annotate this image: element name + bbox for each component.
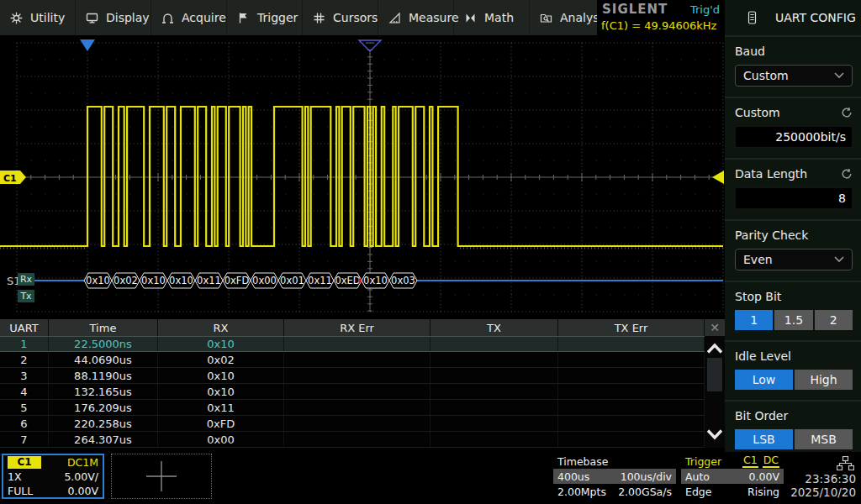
table-cell: 0x10: [158, 368, 284, 383]
table-row[interactable]: 122.5000ns0x10: [0, 336, 725, 352]
baud-dropdown[interactable]: Custom: [735, 65, 853, 87]
table-cell: 7: [0, 432, 49, 447]
timebase-scale: 100us/div: [621, 470, 672, 483]
menu-trigger[interactable]: Trigger: [227, 0, 303, 35]
bit-order-section: Bit Order LSB MSB: [725, 400, 861, 459]
idle-low-button[interactable]: Low: [735, 370, 793, 390]
parity-section: Parity Check Even: [725, 219, 861, 281]
decode-frames: 0x100x020x100x100x110xFD0x000x010x110xED…: [84, 273, 417, 288]
clock-area[interactable]: 23:36:30 2025/10/20: [780, 454, 856, 501]
menu-math[interactable]: Math: [454, 0, 530, 35]
custom-baud-section: Custom 250000bit/s: [725, 97, 861, 158]
table-cell: [284, 400, 430, 415]
decode-frame-value: 0x03: [391, 275, 415, 286]
measure-icon: [388, 12, 401, 24]
trigger-status[interactable]: Trig'd: [690, 3, 720, 16]
bit-order-lsb-button[interactable]: LSB: [735, 429, 793, 449]
channel1-box[interactable]: C1 DC1M 1X 5.00V/ FULL 0.00V: [2, 454, 104, 499]
network-icon: [837, 456, 854, 470]
table-scrollbar[interactable]: [705, 336, 725, 448]
trigger-label: Trigger: [685, 455, 721, 468]
scrollbar-thumb[interactable]: [707, 358, 722, 391]
waveform-area[interactable]: 0x100x020x100x100x110xFD0x000x010x110xED…: [0, 35, 725, 319]
channel1-trace: [0, 107, 723, 246]
table-row[interactable]: 7264.307us0x00: [0, 432, 725, 448]
decode-frame-value: 0x10: [363, 275, 388, 286]
table-cell: [558, 416, 705, 431]
timebase-box[interactable]: Timebase 400us 100us/div 2.00Mpts 2.00GS…: [553, 454, 676, 499]
decode-frame-value: 0x11: [308, 275, 332, 286]
menu-cursors[interactable]: Cursors: [303, 0, 378, 35]
trigger-type: Edge: [685, 486, 711, 498]
idle-level-label: Idle Level: [735, 349, 791, 363]
col-rx: RX: [158, 319, 284, 336]
table-cell: 44.0690us: [49, 352, 158, 367]
table-cell: 0x00: [158, 432, 284, 447]
table-cell: 2: [0, 352, 49, 367]
stop-bit-1-button[interactable]: 1: [735, 310, 773, 330]
scroll-down-icon[interactable]: [705, 425, 725, 444]
channel1-marker[interactable]: C1: [0, 171, 26, 184]
add-channel-box[interactable]: [111, 454, 212, 499]
oscilloscope-screen: Utility Display Acquire Trigger Cursors …: [0, 0, 861, 504]
trigger-level-marker[interactable]: [712, 171, 724, 184]
table-row[interactable]: 244.0690us0x02: [0, 352, 725, 368]
table-cell: 0x11: [158, 400, 284, 415]
trigger-slope: Rising: [747, 486, 779, 498]
menu-math-label: Math: [484, 11, 514, 24]
table-cell: 0x10: [158, 384, 284, 399]
table-cell: 3: [0, 368, 49, 383]
table-cell: [558, 352, 705, 367]
frequency-readout: f(C1) = 49.94606kHz: [597, 18, 725, 34]
stop-bit-1.5-button[interactable]: 1.5: [774, 310, 812, 330]
idle-high-button[interactable]: High: [795, 370, 853, 390]
flag-icon: [237, 12, 250, 24]
table-close-icon[interactable]: ✕: [705, 319, 725, 336]
siglent-logo: SIGLENT: [602, 2, 668, 17]
stop-bit-2-button[interactable]: 2: [815, 310, 853, 330]
table-row[interactable]: 388.1190us0x10: [0, 368, 725, 384]
rx-badge[interactable]: Rx: [18, 273, 34, 286]
col-time: Time: [49, 319, 158, 336]
plus-icon: [145, 460, 177, 492]
menu-display[interactable]: Display: [76, 0, 151, 35]
decode-frame-value: 0x10: [86, 275, 110, 286]
parity-dropdown[interactable]: Even: [735, 249, 853, 270]
data-length-field[interactable]: 8: [735, 187, 853, 209]
tx-badge[interactable]: Tx: [18, 290, 34, 302]
chevron-down-icon: [834, 256, 844, 263]
menu-acquire[interactable]: Acquire: [151, 0, 227, 35]
refresh-icon[interactable]: [841, 168, 853, 180]
menu-analysis[interactable]: Analysis: [530, 0, 605, 35]
bit-order-msb-button[interactable]: MSB: [795, 429, 853, 449]
table-cell: 0xFD: [158, 416, 284, 431]
math-icon: [464, 12, 477, 24]
table-cell: [558, 432, 705, 447]
parity-label: Parity Check: [735, 228, 808, 242]
menu-utility[interactable]: Utility: [0, 0, 76, 35]
trigger-position-marker[interactable]: [80, 39, 95, 51]
table-cell: [558, 368, 705, 383]
channel1-bandwidth: FULL: [8, 485, 33, 497]
channel1-badge: C1: [8, 456, 41, 469]
custom-baud-field[interactable]: 250000bit/s: [735, 126, 853, 148]
timebase-delay: 400us: [557, 470, 589, 483]
custom-baud-label: Custom: [735, 106, 780, 119]
channel1-coupling: DC1M: [67, 456, 98, 469]
trigger-box[interactable]: Trigger C1 DC Auto 0.00V Edge Rising: [681, 454, 784, 499]
decode-frame-value: 0xFD: [224, 275, 250, 286]
menu-measure[interactable]: Measure: [378, 0, 454, 35]
table-row[interactable]: 6220.258us0xFD: [0, 416, 725, 432]
scroll-up-icon[interactable]: [705, 339, 725, 357]
table-row[interactable]: 4132.165us0x10: [0, 384, 725, 400]
table-cell: [558, 384, 705, 399]
table-cell: 1: [0, 337, 49, 351]
menu-utility-label: Utility: [30, 11, 65, 24]
table-cell: [430, 384, 558, 399]
table-header: UART Time RX RX Err TX TX Err ✕: [0, 319, 725, 336]
table-cell: [284, 384, 430, 399]
memory-depth: 2.00Mpts: [557, 486, 606, 498]
table-row[interactable]: 5176.209us0x11: [0, 400, 725, 416]
refresh-icon[interactable]: [841, 107, 853, 118]
scope-canvas[interactable]: 0x100x020x100x100x110xFD0x000x010x110xED…: [0, 35, 725, 319]
